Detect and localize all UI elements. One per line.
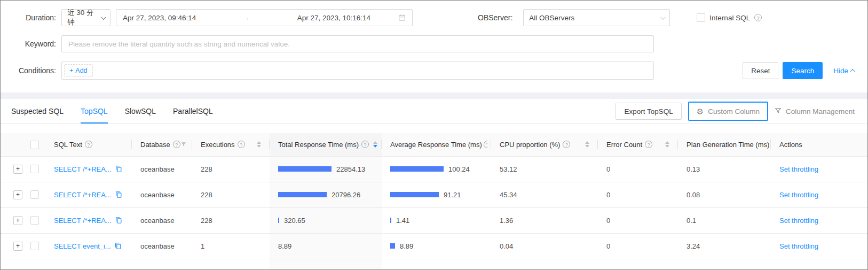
error-count-cell: 0 (598, 233, 678, 259)
export-topsql-button[interactable]: Export TopSQL (616, 103, 681, 120)
row-checkbox[interactable] (30, 165, 39, 173)
copy-icon[interactable] (115, 191, 122, 198)
date-range-picker[interactable]: Apr 27, 2023, 09:46:14 → Apr 27, 2023, 1… (116, 9, 413, 26)
set-throttling-link[interactable]: Set throttling (779, 191, 818, 199)
date-start-value[interactable]: Apr 27, 2023, 09:46:14 (123, 14, 196, 22)
sorter-icon[interactable] (661, 141, 669, 148)
caret-up-icon (257, 141, 261, 144)
cpu-proportion-cell: 45.34 (491, 182, 598, 207)
observer-select[interactable]: All OBServers (523, 9, 670, 26)
expand-cell: + (1, 182, 24, 207)
database-column-label: Database (140, 141, 170, 149)
topsql-table: SQL Text?Database?Executions?Total Respo… (1, 133, 868, 269)
tab-slowsql[interactable]: SlowSQL (125, 99, 156, 124)
bar-indicator (278, 166, 332, 172)
help-icon[interactable]: ? (754, 14, 762, 21)
expand-row-button[interactable]: + (13, 216, 22, 225)
filter-icon (775, 107, 782, 115)
sql-text-link[interactable]: SELECT /*+REA... (54, 165, 112, 173)
expand-row-button[interactable]: + (13, 242, 22, 251)
keyword-input[interactable] (61, 35, 654, 52)
sorter-icon[interactable] (252, 141, 261, 148)
reset-button[interactable]: Reset (743, 62, 778, 79)
help-icon[interactable]: ? (645, 141, 652, 148)
bar-indicator (390, 192, 439, 197)
sorter-icon[interactable] (369, 141, 377, 148)
checkbox-cell (24, 182, 45, 207)
date-end-value[interactable]: Apr 27, 2023, 10:16:14 (297, 14, 398, 22)
help-icon[interactable]: ? (238, 141, 245, 148)
row-checkbox[interactable] (30, 242, 39, 250)
sql-text-link[interactable]: SELECT /*+REA... (54, 191, 112, 199)
row-checkbox[interactable] (30, 216, 39, 225)
plus-icon: + (69, 67, 73, 74)
help-icon[interactable]: ? (563, 141, 570, 148)
set-throttling-link[interactable]: Set throttling (779, 165, 818, 173)
chevron-up-icon (850, 68, 855, 74)
custom-column-button[interactable]: ⚙ Custom Column (688, 102, 768, 121)
column-management-button[interactable]: Column Management (775, 107, 855, 115)
copy-icon[interactable] (114, 242, 122, 250)
average-response-time-cell: 1.41 (382, 207, 491, 233)
database-cell: oceanbase (132, 156, 192, 182)
duration-select[interactable]: 近 30 分钟 (61, 9, 111, 26)
expand-row-button[interactable]: + (13, 165, 22, 174)
calendar-icon (398, 14, 406, 21)
total-response-bar: 320.65 (278, 217, 373, 225)
set-throttling-link[interactable]: Set throttling (779, 217, 818, 225)
table-row-partial (1, 259, 868, 269)
help-icon[interactable]: ? (173, 141, 180, 148)
range-arrow-icon: → (196, 14, 297, 21)
filter-icon[interactable] (180, 141, 187, 148)
sql-column-header-content: SQL Text? (54, 141, 123, 149)
bar-indicator (390, 166, 444, 172)
database-cell: oceanbase (132, 233, 192, 259)
select-all-checkbox[interactable] (30, 141, 39, 149)
plan-generation-time-cell: 0.1 (678, 207, 771, 233)
average-response-bar-value: 8.89 (400, 242, 413, 250)
plan-generation-time-cell: 0.13 (678, 156, 771, 182)
search-button[interactable]: Search (783, 62, 823, 79)
row-checkbox[interactable] (30, 190, 39, 199)
executions-column-header-content: Executions? (201, 141, 261, 149)
add-condition-button[interactable]: + Add (64, 64, 93, 77)
hide-link[interactable]: Hide (833, 67, 855, 75)
sql-text-cell: SELECT /*+REA... (45, 207, 132, 233)
total-response-time-cell: 20796.26 (270, 182, 382, 207)
total-response-bar-value: 20796.26 (332, 191, 360, 199)
sql-text-link[interactable]: SELECT /*+REA... (54, 217, 112, 225)
cpu-proportion-cell: 53.12 (491, 156, 598, 182)
help-icon[interactable]: ? (361, 141, 369, 148)
database-cell: oceanbase (132, 182, 192, 207)
conditions-container: + Add (61, 61, 654, 80)
total-response-bar: 8.89 (278, 242, 373, 250)
set-throttling-link[interactable]: Set throttling (779, 242, 818, 250)
total-column-header: Total Response Time (ms)? (270, 133, 382, 156)
hide-label: Hide (833, 67, 848, 75)
chevron-down-icon (101, 14, 106, 20)
sorter-icon[interactable] (581, 141, 589, 148)
sql-text-link[interactable]: SELECT event_i... (54, 242, 111, 250)
caret-down-icon (585, 145, 589, 148)
observer-label: OBServer: (478, 13, 518, 22)
tab-suspected-sql[interactable]: Suspected SQL (11, 99, 64, 124)
help-icon[interactable]: ? (484, 141, 487, 148)
expand-row-button[interactable]: + (13, 190, 22, 199)
error-count-cell: 0 (598, 207, 678, 233)
copy-icon[interactable] (115, 217, 122, 224)
plan-column-label: Plan Generation Time (ms) (686, 141, 769, 149)
sql-text-cell: SELECT /*+REA... (45, 156, 132, 182)
tab-topsql[interactable]: TopSQL (81, 99, 108, 124)
internal-sql-checkbox[interactable] (697, 13, 705, 22)
checkbox-cell (24, 156, 45, 182)
total-response-bar: 22854.13 (278, 165, 373, 173)
plan-column-header-content: Plan Generation Time (ms)? (686, 141, 762, 149)
cell-total (270, 259, 382, 269)
copy-icon[interactable] (115, 165, 122, 173)
help-icon[interactable]: ? (85, 141, 92, 148)
tab-parallelsql[interactable]: ParallelSQL (173, 99, 213, 124)
average-response-bar: 8.89 (390, 242, 483, 250)
sorter-icon[interactable] (487, 141, 491, 148)
database-column-header-content: Database? (140, 141, 184, 149)
cpu-proportion-cell: 1.36 (491, 207, 598, 233)
